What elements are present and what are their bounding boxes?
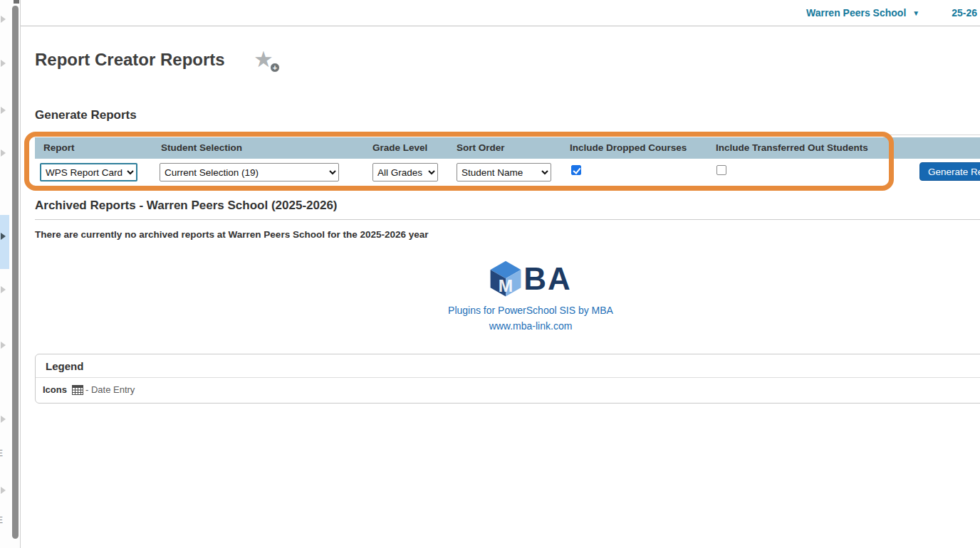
legend-icons-label: Icons	[43, 384, 67, 395]
report-select[interactable]: WPS Report Card	[40, 163, 137, 181]
term-selector[interactable]: 25-26	[952, 7, 977, 19]
nav-chevron-icon[interactable]	[1, 286, 6, 293]
nav-clipped-text: E	[0, 515, 3, 525]
legend-panel: Legend Icons - Date Entry	[35, 354, 980, 404]
column-header-grade-level: Grade Level	[372, 142, 427, 153]
svg-text:M: M	[499, 276, 513, 295]
nav-chevron-icon[interactable]	[1, 487, 6, 494]
mba-logo-text: BA	[523, 261, 572, 297]
main-content: Warren Peers School ▼ 25-26 Report Creat…	[20, 0, 980, 548]
sort-order-select[interactable]: Student Name	[457, 163, 551, 181]
generate-reports-table: Report Student Selection Grade Level Sor…	[35, 135, 980, 189]
chevron-down-icon[interactable]: ▼	[912, 9, 919, 17]
school-selector[interactable]: Warren Peers School	[806, 7, 906, 19]
student-selection-select[interactable]: Current Selection (19)	[160, 163, 339, 181]
column-header-report: Report	[43, 142, 75, 153]
nav-chevron-selected-icon[interactable]	[1, 233, 6, 240]
column-header-student-selection: Student Selection	[161, 142, 242, 153]
legend-heading: Legend	[36, 354, 980, 378]
nav-selected-highlight	[0, 215, 9, 269]
favorite-star-add-button[interactable]: ★ +	[254, 49, 278, 73]
mba-branding-block: M BA Plugins for PowerSchool SIS by MBA …	[286, 260, 776, 332]
legend-icons-row: Icons - Date Entry	[36, 378, 980, 403]
nav-chevron-icon[interactable]	[1, 149, 6, 157]
nav-chevron-icon[interactable]	[1, 107, 6, 114]
mba-logo: M BA	[286, 260, 776, 297]
page-title: Report Creator Reports	[35, 50, 225, 70]
legend-date-entry-label: - Date Entry	[85, 384, 135, 395]
grade-level-select[interactable]: All Grades	[372, 163, 438, 181]
vertical-scrollbar[interactable]	[12, 6, 19, 539]
table-header-row: Report Student Selection Grade Level Sor…	[35, 137, 980, 159]
plus-circle-icon: +	[270, 63, 280, 73]
nav-chevron-icon[interactable]	[1, 416, 6, 423]
column-header-sort-order: Sort Order	[457, 142, 505, 153]
nav-chevron-icon[interactable]	[1, 342, 6, 349]
nav-chevron-icon[interactable]	[1, 16, 6, 23]
left-nav-rail: E E	[0, 0, 20, 548]
scrollbar-top-nub[interactable]	[14, 0, 19, 4]
nav-clipped-text: E	[0, 448, 3, 458]
archived-reports-heading: Archived Reports - Warren Peers School (…	[35, 199, 338, 213]
include-dropped-courses-checkbox[interactable]	[571, 165, 581, 175]
archived-empty-message: There are currently no archived reports …	[35, 229, 428, 240]
generate-reports-heading: Generate Reports	[35, 108, 137, 122]
column-header-include-dropped: Include Dropped Courses	[570, 142, 687, 153]
plugins-link[interactable]: Plugins for PowerSchool SIS by MBA	[286, 305, 776, 316]
table-controls-row: WPS Report Card Current Selection (19) A…	[35, 159, 980, 189]
section-divider	[35, 219, 980, 220]
top-bar: Warren Peers School ▼ 25-26	[21, 0, 980, 26]
mba-cube-icon: M	[489, 260, 522, 297]
website-link[interactable]: www.mba-link.com	[286, 320, 776, 332]
generate-report-button[interactable]: Generate Report	[919, 162, 980, 181]
column-header-include-transferred: Include Transferred Out Students	[716, 142, 868, 153]
nav-chevron-icon[interactable]	[1, 60, 6, 67]
include-transferred-out-checkbox[interactable]	[716, 165, 726, 175]
date-entry-calendar-icon	[72, 385, 83, 395]
